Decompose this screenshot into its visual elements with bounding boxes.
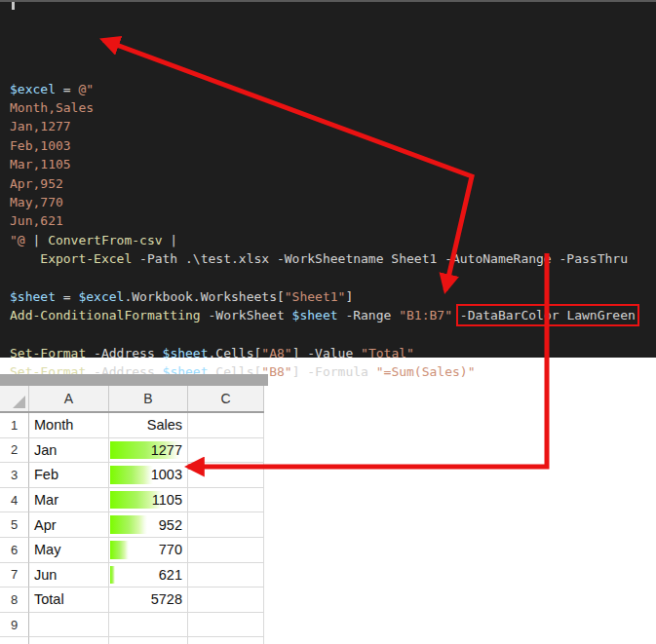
- cell-B3[interactable]: 1003: [109, 463, 188, 488]
- code-line: "@ | ConvertFrom-csv |: [10, 231, 656, 249]
- code-token: .Workbook.Worksheets[: [124, 289, 284, 304]
- sheet-row: 8Total5728: [0, 587, 264, 613]
- cell-B5[interactable]: 952: [109, 512, 188, 538]
- code-token: Set-Format: [10, 346, 86, 360]
- code-token: $excel: [10, 82, 56, 96]
- code-line: $excel = @": [10, 80, 656, 98]
- code-line: [10, 269, 656, 287]
- row-header-9[interactable]: 9: [0, 613, 29, 638]
- sheet-row: 7Jun621: [0, 563, 264, 588]
- cell-A5[interactable]: Apr: [29, 512, 109, 538]
- row-header-7[interactable]: 7: [0, 563, 29, 588]
- row-header-2[interactable]: 2: [0, 438, 29, 464]
- sheet-row: 3Feb1003: [0, 463, 264, 488]
- cell-A9[interactable]: [29, 613, 109, 638]
- code-line: Add-ConditionalFormatting -WorkSheet $sh…: [10, 306, 656, 324]
- cell-value: Sales: [147, 417, 182, 433]
- cell-value: 1003: [151, 467, 182, 482]
- code-token: -Range: [338, 308, 400, 322]
- cell-A1[interactable]: Month: [29, 413, 109, 438]
- code-token: ConvertFrom-csv: [48, 233, 162, 247]
- sheet-row: 2Jan1277: [0, 438, 264, 464]
- databarcolor-highlight-box: -DataBarColor LawnGreen: [460, 308, 636, 322]
- code-token: "Total": [361, 346, 414, 360]
- cell-A8[interactable]: Total: [29, 587, 109, 613]
- row-header-4[interactable]: 4: [0, 488, 29, 513]
- code-token: $excel: [78, 289, 124, 304]
- code-token: "=Sum(Sales)": [376, 364, 476, 379]
- cell-value: 621: [159, 567, 182, 583]
- column-header-b[interactable]: B: [109, 386, 188, 411]
- code-token: "@: [10, 233, 25, 247]
- cell-C2[interactable]: [188, 438, 264, 464]
- code-line: Feb,1003: [10, 136, 656, 155]
- cell-B7[interactable]: 621: [109, 563, 188, 588]
- cell-Cx[interactable]: [188, 637, 264, 644]
- excel-top-strip: [0, 374, 268, 386]
- column-header-a[interactable]: A: [29, 386, 109, 411]
- code-token: |: [25, 233, 48, 247]
- cell-C8[interactable]: [188, 587, 264, 613]
- cell-C1[interactable]: [188, 413, 264, 438]
- row-header-8[interactable]: 8: [0, 587, 29, 613]
- cell-B6[interactable]: 770: [109, 538, 188, 563]
- row-header-blank[interactable]: [0, 637, 29, 644]
- code-token: =: [56, 82, 78, 96]
- cell-B4[interactable]: 1105: [109, 488, 188, 513]
- code-token: ] -Formula: [292, 364, 376, 379]
- cell-value: 952: [159, 517, 182, 533]
- code-line: [10, 325, 656, 344]
- cell-A3[interactable]: Feb: [29, 463, 109, 488]
- code-token: [10, 251, 40, 266]
- code-line: Export-Excel -Path .\test.xlsx -WorkShee…: [10, 249, 656, 268]
- row-header-5[interactable]: 5: [0, 512, 29, 538]
- code-token: $sheet: [10, 289, 56, 304]
- cell-C6[interactable]: [188, 538, 264, 563]
- code-line: Month,Sales: [10, 98, 656, 117]
- sheet-row: [0, 637, 264, 644]
- column-header-c[interactable]: C: [188, 386, 264, 411]
- cell-C7[interactable]: [188, 563, 264, 588]
- code-token: @": [78, 82, 94, 96]
- cell-C4[interactable]: [188, 488, 264, 513]
- cell-Ax[interactable]: [29, 637, 109, 644]
- cell-C3[interactable]: [188, 463, 264, 488]
- screenshot-root: $excel = @"Month,SalesJan,1277Feb,1003Ma…: [0, 0, 656, 644]
- code-token: "A8": [261, 346, 291, 360]
- code-token: Export-Excel: [40, 251, 132, 266]
- cell-A4[interactable]: Mar: [29, 488, 109, 513]
- code-token: Jan,1277: [10, 119, 71, 133]
- cell-A2[interactable]: Jan: [29, 438, 109, 464]
- code-token: "Sheet1": [285, 289, 346, 304]
- cell-B1[interactable]: Sales: [109, 413, 188, 438]
- code-token: .Cells[: [209, 346, 262, 360]
- cell-value: 770: [159, 542, 182, 557]
- select-all-corner[interactable]: [0, 386, 29, 411]
- code-token: Apr,952: [10, 176, 63, 191]
- cell-B2[interactable]: 1277: [109, 438, 188, 464]
- row-header-3[interactable]: 3: [0, 463, 29, 488]
- cell-Bx[interactable]: [109, 637, 188, 644]
- row-header-1[interactable]: 1: [0, 413, 29, 438]
- code-token: May,770: [10, 195, 63, 209]
- code-token: ] -Value: [292, 346, 361, 360]
- code-token: "B1:B7": [399, 308, 452, 322]
- cell-C5[interactable]: [188, 512, 264, 538]
- code-token: Month,Sales: [10, 100, 94, 115]
- cell-A6[interactable]: May: [29, 538, 109, 563]
- cell-A7[interactable]: Jun: [29, 563, 109, 588]
- cell-value: 1105: [152, 492, 182, 508]
- cell-B8[interactable]: 5728: [109, 587, 188, 613]
- code-token: |: [163, 233, 178, 247]
- column-header-row: ABC: [0, 386, 264, 413]
- grid-rows: 1MonthSales2Jan12773Feb10034Mar11055Apr9…: [0, 413, 292, 644]
- row-header-6[interactable]: 6: [0, 538, 29, 563]
- code-token: =: [56, 289, 78, 304]
- cell-C9[interactable]: [188, 613, 264, 638]
- cell-value: 5728: [151, 591, 182, 607]
- excel-worksheet: ABC 1MonthSales2Jan12773Feb10034Mar11055…: [0, 374, 292, 644]
- code-editor[interactable]: $excel = @"Month,SalesJan,1277Feb,1003Ma…: [0, 0, 656, 358]
- cell-B9[interactable]: [109, 613, 188, 638]
- code-line: Mar,1105: [10, 155, 656, 173]
- select-all-triangle-icon: [13, 396, 25, 408]
